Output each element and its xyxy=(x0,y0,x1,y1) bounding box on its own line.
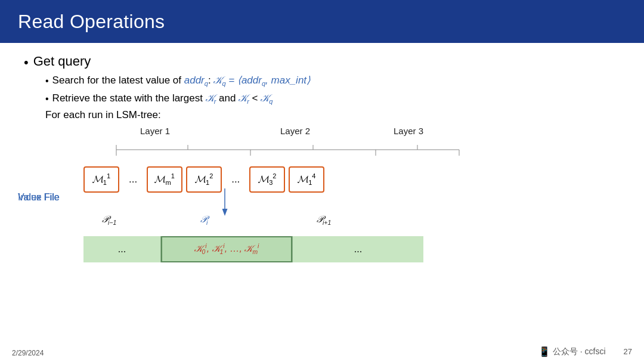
sub-dot-1: • xyxy=(45,74,49,88)
cell-m3-2-text: 𝓜32 xyxy=(258,172,276,186)
value-cell-right-text: ... xyxy=(354,244,362,255)
value-cell-left-text: ... xyxy=(118,244,126,255)
sub-dot-2: • xyxy=(45,92,49,106)
math-addr-q: addrq xyxy=(184,75,208,86)
value-file-label: Value File xyxy=(18,192,60,203)
footer-brand-text: 公众号 · ccfsci xyxy=(553,346,606,357)
sub-text-2: Retrieve the state with the largest 𝒦r a… xyxy=(52,91,273,107)
cell-mm-1: 𝓜m1 xyxy=(147,166,182,193)
layer2-label: Layer 2 xyxy=(280,126,310,136)
cell-m3-2: 𝓜32 xyxy=(249,166,285,193)
cell-mm-1-text: 𝓜m1 xyxy=(154,172,174,186)
cell-m1-2-text: 𝓜12 xyxy=(195,172,213,186)
slide-content: • Get query • Search for the latest valu… xyxy=(0,43,644,275)
cell-m1-4: 𝓜14 xyxy=(289,166,324,193)
dots-1: ... xyxy=(123,174,143,185)
footer-page: 27 xyxy=(624,347,632,356)
bracket-lines xyxy=(83,137,525,158)
math-kq2: 𝒦q xyxy=(261,92,273,104)
diagram: Layer 1 Layer 2 Layer 3 Index File xyxy=(83,126,525,269)
footer: 2/29/2024 📱 公众号 · ccfsci 27 xyxy=(0,346,644,357)
value-cell-right: ... xyxy=(292,236,423,262)
layer1-label: Layer 1 xyxy=(140,126,170,136)
math-kq: 𝒦q = ⟨addrq, max_int⟩ xyxy=(213,75,311,86)
cell-m1-4-text: 𝓜14 xyxy=(298,172,315,186)
sub-bullet-2: • Retrieve the state with the largest 𝒦r… xyxy=(45,91,614,107)
bullet-text-1: Get query xyxy=(33,54,91,69)
cell-m1-1: 𝓜11 xyxy=(83,166,119,193)
math-kr2: 𝒦r xyxy=(239,92,249,104)
p-i-minus-label: 𝒫i−1 xyxy=(101,214,116,226)
bullet-dot-1: • xyxy=(24,55,29,70)
index-cells-row: 𝓜11 ... 𝓜m1 𝓜12 ... 𝓜32 𝓜14 xyxy=(83,166,324,193)
dots-2: ... xyxy=(225,174,246,185)
value-cell-mid: 𝒦0i, 𝒦1i, …, 𝒦mi xyxy=(161,236,292,262)
footer-date: 2/29/2024 xyxy=(12,349,44,357)
value-cell-mid-text: 𝒦0i, 𝒦1i, …, 𝒦mi xyxy=(194,243,259,256)
layer3-label: Layer 3 xyxy=(394,126,423,136)
cell-m1-2: 𝓜12 xyxy=(186,166,222,193)
p-i-label: 𝒫i xyxy=(200,214,208,226)
slide-header: Read Operations xyxy=(0,0,644,43)
for-each-text: For each run in LSM-tree: xyxy=(45,109,614,121)
sub-bullet-1: • Search for the latest value of addrq: … xyxy=(45,73,614,89)
arrow-svg xyxy=(83,188,525,224)
sub-text-1: Search for the latest value of addrq: 𝒦q… xyxy=(52,73,311,89)
value-cells-row: ... 𝒦0i, 𝒦1i, …, 𝒦mi ... xyxy=(83,236,423,262)
wechat-icon: 📱 xyxy=(538,346,550,357)
math-kr: 𝒦r xyxy=(206,92,216,104)
bullet-get-query: • Get query xyxy=(24,54,614,70)
cell-m1-1-text: 𝓜11 xyxy=(92,172,110,186)
value-cell-left: ... xyxy=(83,236,161,262)
footer-brand: 📱 公众号 · ccfsci xyxy=(538,346,606,357)
p-i-plus-label: 𝒫i+1 xyxy=(316,214,331,226)
header-title: Read Operations xyxy=(18,11,165,33)
